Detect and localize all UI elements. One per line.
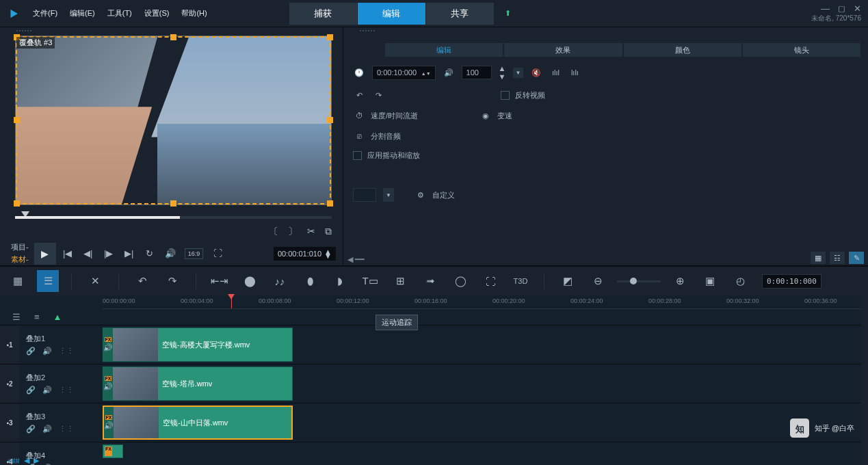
play-button[interactable]: ▶ bbox=[34, 243, 56, 265]
timeline-ruler[interactable]: 00:00:00:0000:00:04:0000:00:08:0000:00:1… bbox=[103, 295, 868, 309]
aspect-ratio[interactable]: 16:9 bbox=[185, 248, 204, 259]
footer-edit-icon[interactable]: ✎ bbox=[849, 252, 864, 264]
vol-down[interactable]: ▼ bbox=[499, 72, 506, 81]
record-icon[interactable]: ⬤ bbox=[239, 270, 261, 292]
resize-handle[interactable] bbox=[327, 117, 333, 123]
color-dropdown[interactable]: ▼ bbox=[383, 188, 394, 202]
track-motion-icon[interactable]: ◯ bbox=[449, 270, 471, 292]
resize-handle[interactable] bbox=[170, 200, 176, 207]
mark-in-icon[interactable]: 〔 bbox=[269, 226, 278, 238]
scrollbar[interactable] bbox=[861, 27, 868, 265]
tab-lens[interactable]: 镜头 bbox=[742, 42, 861, 57]
mark-out-P[interactable]: 〕 bbox=[288, 226, 298, 238]
custom-option[interactable]: ⚙自定义 bbox=[415, 189, 455, 201]
color-swatch[interactable] bbox=[353, 188, 376, 202]
trim-icon[interactable]: ⇤⇥ bbox=[209, 270, 231, 292]
track-lane[interactable]: FX🔊 空镜-高楼大厦写字楼.wmv bbox=[103, 326, 868, 364]
marker-icon[interactable]: ⬮ bbox=[299, 270, 321, 292]
footer-tile-icon[interactable]: ▦ bbox=[811, 252, 826, 264]
footer-columns-icon[interactable]: ☷ bbox=[830, 252, 845, 264]
zoom-out-button[interactable]: ⊖ bbox=[587, 270, 609, 292]
redo-button[interactable]: ↷ bbox=[161, 270, 183, 292]
track-lock-icon[interactable]: ⋮⋮ bbox=[59, 386, 74, 395]
scrub-bar[interactable] bbox=[15, 212, 332, 222]
upload-icon[interactable]: ⬆ bbox=[495, 9, 522, 18]
menu-edit[interactable]: 编辑(E) bbox=[70, 8, 95, 18]
track-enable-icon[interactable]: ▲ bbox=[53, 312, 62, 322]
track-lock-icon[interactable]: ⋮⋮ bbox=[59, 425, 74, 434]
reverse-video-checkbox[interactable]: 反转视频 bbox=[501, 90, 545, 101]
timeline-view-button[interactable]: ☰ bbox=[37, 270, 59, 292]
drag-handle[interactable] bbox=[343, 27, 868, 34]
prev-frame-button[interactable]: ◀| bbox=[79, 245, 97, 263]
zoom-in-button[interactable]: ⊕ bbox=[669, 270, 691, 292]
track-link-icon[interactable]: 🔗 bbox=[26, 425, 36, 434]
morph-option[interactable]: ◉变速 bbox=[479, 109, 512, 122]
menu-tools[interactable]: 工具(T) bbox=[107, 8, 132, 18]
track-lock-icon[interactable]: ⋮⋮ bbox=[59, 347, 74, 356]
grid-icon[interactable]: ⊞ bbox=[389, 270, 411, 292]
menu-settings[interactable]: 设置(S) bbox=[144, 8, 170, 18]
timeline-scrollbar[interactable] bbox=[861, 295, 868, 465]
pan-zoom-checkbox[interactable]: 应用摇动和缩放 bbox=[353, 150, 420, 161]
mask-icon[interactable]: ◩ bbox=[557, 270, 579, 292]
minimize-button[interactable]: — bbox=[821, 3, 830, 14]
mute-icon[interactable]: 🔇 bbox=[530, 66, 542, 79]
rotate-left-icon[interactable]: ↶ bbox=[353, 89, 365, 101]
fade-out-icon[interactable]: lılı bbox=[568, 66, 581, 79]
h-scroll-indicator[interactable]: ◀ ━━ bbox=[347, 255, 365, 264]
clip-label[interactable]: 素材- bbox=[11, 254, 29, 265]
clip[interactable]: FX bbox=[103, 444, 123, 458]
track-number[interactable]: ▪1 bbox=[0, 326, 19, 364]
clip[interactable]: FX🔊 空镜-高楼大厦写字楼.wmv bbox=[103, 328, 293, 362]
split-audio-option[interactable]: ⎚分割音频 bbox=[353, 130, 401, 142]
goto-start-button[interactable]: |◀ bbox=[59, 245, 77, 263]
scroll-left-icon[interactable]: ◀ bbox=[24, 456, 29, 465]
track-number[interactable]: ▪2 bbox=[0, 364, 19, 403]
tab-edit[interactable]: 编辑 bbox=[384, 42, 503, 57]
project-label[interactable]: 项目- bbox=[11, 242, 29, 252]
track-lane[interactable]: FX bbox=[103, 442, 868, 465]
track-lane[interactable]: FX🔊 空镜-塔吊.wmv bbox=[103, 364, 868, 403]
mode-edit[interactable]: 编辑 bbox=[358, 3, 426, 25]
menu-file[interactable]: 文件(F) bbox=[33, 8, 57, 18]
resize-handle[interactable] bbox=[327, 200, 333, 207]
vol-dropdown[interactable]: ▼ bbox=[513, 68, 524, 78]
zoom-slider[interactable] bbox=[617, 280, 661, 282]
resize-handle[interactable] bbox=[14, 200, 20, 207]
maximize-button[interactable]: ◻ bbox=[838, 3, 845, 14]
subtitle-icon[interactable]: T▭ bbox=[359, 270, 381, 292]
resize-handle[interactable] bbox=[14, 117, 20, 123]
volume-button[interactable]: 🔊 bbox=[161, 245, 179, 263]
tab-color[interactable]: 颜色 bbox=[623, 42, 742, 57]
duration-input[interactable]: 0:00:10:000 ▲▼ bbox=[372, 66, 436, 80]
track-number[interactable]: ▪3 bbox=[0, 403, 19, 442]
drag-handle[interactable] bbox=[0, 27, 343, 34]
scroll-right-icon[interactable]: ▶ bbox=[34, 456, 39, 465]
track-mute-icon[interactable]: 🔊 bbox=[42, 386, 52, 395]
close-button[interactable]: ✕ bbox=[854, 3, 861, 14]
selection-box[interactable] bbox=[16, 36, 331, 204]
track-link-icon[interactable]: 🔗 bbox=[26, 386, 36, 395]
fullscreen-icon[interactable]: ⛶ bbox=[209, 245, 226, 263]
resize-handle[interactable] bbox=[170, 34, 176, 40]
multicam-icon[interactable]: ⛶ bbox=[479, 270, 501, 292]
chapter-icon[interactable]: ◗ bbox=[329, 270, 351, 292]
3d-text-icon[interactable]: T3D bbox=[510, 270, 531, 292]
toolbar-timecode[interactable]: 0:00:10:000 bbox=[762, 274, 821, 289]
next-frame-button[interactable]: |▶ bbox=[100, 245, 118, 263]
add-track-button[interactable]: +## bbox=[7, 457, 20, 465]
clip[interactable]: FX🔊 空镜-塔吊.wmv bbox=[103, 367, 293, 401]
cut-icon[interactable]: ✂ bbox=[307, 226, 315, 238]
tab-effect[interactable]: 效果 bbox=[503, 42, 622, 57]
mode-share[interactable]: 共享 bbox=[426, 3, 495, 25]
preview-canvas[interactable] bbox=[15, 36, 332, 205]
clock-icon[interactable]: ◴ bbox=[729, 270, 751, 292]
preview-timecode[interactable]: 00:00:01:010 ▲▼ bbox=[274, 247, 336, 261]
motion-icon[interactable]: ➟ bbox=[419, 270, 441, 292]
snapshot-icon[interactable]: ⧉ bbox=[325, 226, 332, 238]
vol-up[interactable]: ▲ bbox=[499, 64, 506, 72]
mode-capture[interactable]: 捕获 bbox=[289, 3, 358, 25]
goto-end-button[interactable]: ▶| bbox=[120, 245, 138, 263]
undo-button[interactable]: ↶ bbox=[131, 270, 153, 292]
